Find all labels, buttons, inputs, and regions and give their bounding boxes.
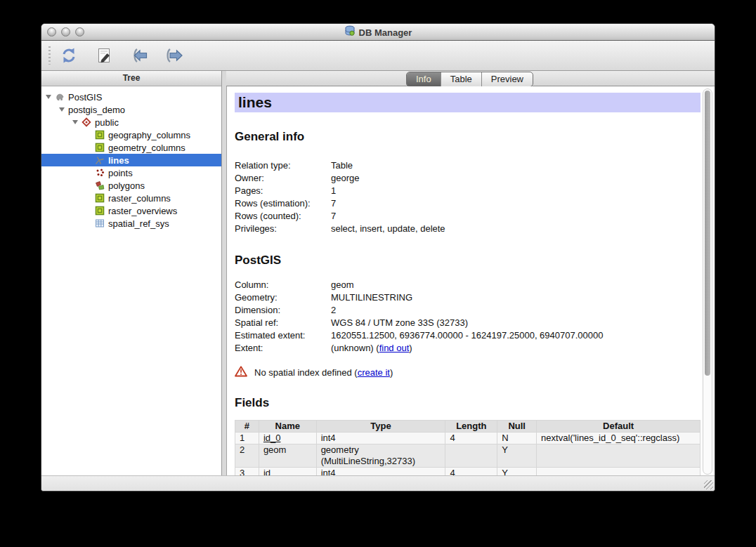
tree-item[interactable]: geometry_columns — [41, 141, 221, 154]
info-row: Privileges: select, insert, update, dele… — [235, 223, 700, 235]
info-value: MULTILINESTRING — [331, 291, 412, 304]
info-row: Dimension: 2 — [235, 304, 700, 317]
grid-table-icon — [95, 218, 105, 228]
schema-icon — [82, 117, 91, 127]
col-header-num: # — [235, 421, 259, 433]
col-header-default: Default — [537, 421, 700, 433]
general-info-list: Relation type: Table Owner: george Pages… — [235, 159, 700, 235]
import-layer-button[interactable] — [126, 44, 152, 67]
field-null: N — [497, 433, 537, 444]
info-label: Column: — [235, 279, 331, 291]
tree-item-label: lines — [108, 155, 129, 166]
field-type: int4 — [316, 433, 445, 444]
table-icon — [95, 143, 105, 152]
info-label: Rows (counted): — [235, 210, 331, 223]
disclosure-triangle-icon[interactable] — [72, 120, 78, 124]
field-default: nextval('lines_id_0_seq'::regclass) — [537, 433, 700, 444]
field-num: 2 — [235, 444, 259, 468]
info-row: Geometry: MULTILINESTRING — [235, 291, 700, 304]
col-header-type: Type — [316, 421, 445, 433]
tab[interactable]: Preview — [482, 72, 533, 86]
scrollbar-thumb[interactable] — [705, 91, 710, 376]
point-layer-icon — [95, 168, 105, 178]
tree-item[interactable]: spatial_ref_sys — [41, 217, 221, 230]
export-layer-button[interactable] — [162, 44, 187, 67]
disclosure-triangle-icon[interactable] — [46, 95, 51, 99]
refresh-icon — [60, 47, 77, 64]
info-value: george — [331, 172, 359, 185]
field-length — [445, 444, 497, 468]
table-icon — [95, 130, 105, 140]
database-icon — [344, 25, 356, 39]
tree-item-label: PostGIS — [68, 92, 102, 103]
extent-label: Extent: — [235, 342, 331, 355]
info-label: Dimension: — [235, 304, 331, 317]
tab-label: Table — [450, 74, 472, 84]
field-null: Y — [497, 444, 537, 468]
tree-item[interactable]: polygons — [41, 179, 221, 192]
extent-row: Extent: (unknown) (find out) — [235, 342, 700, 355]
tree-item[interactable]: public — [41, 116, 221, 128]
tab[interactable]: Table — [441, 72, 482, 86]
tree-item-label: polygons — [108, 180, 145, 191]
tree-item[interactable]: lines — [41, 154, 221, 166]
col-header-null: Null — [497, 421, 537, 433]
table-icon — [95, 206, 105, 216]
tab-label: Preview — [491, 74, 523, 84]
warning-icon — [235, 366, 247, 379]
info-value: 1 — [331, 185, 336, 197]
tree-item[interactable]: geography_columns — [41, 128, 221, 141]
status-bar — [41, 475, 715, 491]
warning-text: No spatial index defined (create it) — [254, 367, 393, 378]
toolbar-drag-handle[interactable] — [48, 46, 51, 65]
tree-item[interactable]: points — [41, 166, 221, 179]
find-out-link[interactable]: find out — [379, 343, 410, 353]
tab-label: Info — [416, 74, 431, 84]
sql-window-icon — [96, 47, 112, 64]
tree-item[interactable]: raster_overviews — [41, 204, 221, 217]
postgis-list: Column: geom Geometry: MULTILINESTRING D… — [235, 279, 700, 342]
field-name: id_0 — [259, 433, 316, 444]
tree-item[interactable]: PostGIS — [41, 91, 221, 103]
db-manager-window: DB Manager — [41, 23, 715, 492]
info-row: Spatial ref: WGS 84 / UTM zone 33S (3273… — [235, 317, 700, 329]
info-label: Estimated extent: — [235, 329, 331, 342]
info-row: Pages: 1 — [235, 185, 700, 197]
tree-item-label: geography_columns — [108, 130, 190, 140]
tab[interactable]: Info — [407, 72, 441, 86]
disclosure-triangle-icon[interactable] — [59, 107, 65, 112]
resize-grip[interactable] — [704, 480, 713, 489]
export-arrow-icon — [165, 48, 183, 63]
import-arrow-icon — [130, 48, 148, 63]
page-title: lines — [235, 93, 700, 112]
refresh-button[interactable] — [56, 44, 82, 67]
info-label: Spatial ref: — [235, 317, 331, 329]
fields-table: # Name Type Length Null Default 1 id_0 i… — [235, 420, 700, 477]
info-value: 2 — [331, 304, 336, 317]
info-value: 1620551.12500, 6936774.00000 - 1624197.2… — [331, 329, 604, 342]
info-value: 7 — [331, 210, 336, 223]
postgis-heading: PostGIS — [235, 253, 700, 268]
tree-panel-title: Tree — [41, 71, 221, 86]
create-it-link[interactable]: create it — [358, 367, 390, 378]
tree-item[interactable]: postgis_demo — [41, 103, 221, 116]
field-name: geom — [259, 444, 316, 468]
tree-item-label: points — [108, 168, 133, 178]
tree-item[interactable]: raster_columns — [41, 192, 221, 204]
line-layer-icon — [95, 155, 105, 165]
vertical-scrollbar[interactable] — [703, 88, 712, 475]
toolbar — [41, 41, 715, 71]
info-row: Rows (estimation): 7 — [235, 197, 700, 210]
info-row: Estimated extent: 1620551.12500, 6936774… — [235, 329, 700, 342]
field-num: 1 — [235, 433, 259, 444]
sql-window-button[interactable] — [91, 44, 117, 67]
window-title: DB Manager — [359, 27, 412, 38]
field-row: 2 geom geometry (MultiLineString,32733) … — [235, 444, 700, 468]
tree-item-label: spatial_ref_sys — [108, 218, 169, 229]
tree-item-label: geometry_columns — [108, 143, 185, 153]
info-label: Owner: — [235, 172, 331, 185]
tree-panel: Tree PostGIS — [41, 71, 222, 477]
tab-bar: Info Table Preview — [226, 71, 715, 86]
tab-segmented-control: Info Table Preview — [406, 72, 533, 87]
info-value: 7 — [331, 197, 336, 210]
